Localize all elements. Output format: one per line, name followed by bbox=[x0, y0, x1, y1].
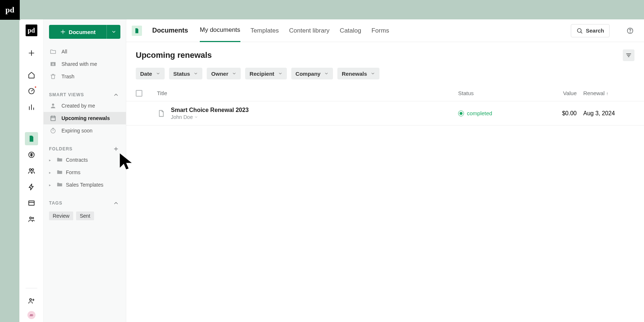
row-title: Smart Choice Renewal 2023 bbox=[171, 107, 249, 113]
sidebar-item-label: All bbox=[61, 49, 67, 55]
smart-view-created-by-me[interactable]: Created by me bbox=[44, 100, 126, 112]
tab-content-library[interactable]: Content library bbox=[289, 19, 330, 42]
filter-chip-row: Date Status Owner Recipient Company Rene… bbox=[126, 61, 644, 79]
new-document-dropdown[interactable] bbox=[106, 25, 120, 39]
rail-payments[interactable] bbox=[25, 148, 38, 161]
svg-point-20 bbox=[52, 104, 54, 106]
add-folder-button[interactable] bbox=[112, 145, 120, 153]
help-button[interactable] bbox=[625, 26, 635, 36]
bar-chart-icon bbox=[28, 104, 35, 111]
folder-sales-templates[interactable]: ▸ Sales Templates bbox=[44, 179, 126, 191]
tab-templates[interactable]: Templates bbox=[251, 19, 279, 42]
page-title: Upcoming renewals bbox=[136, 50, 212, 60]
filter-toggle-button[interactable] bbox=[623, 49, 634, 61]
svg-line-31 bbox=[581, 32, 582, 33]
content-header: Upcoming renewals bbox=[126, 42, 644, 61]
tags-header: TAGS bbox=[44, 198, 126, 208]
home-icon bbox=[28, 71, 35, 79]
svg-rect-21 bbox=[51, 116, 55, 121]
filter-recipient[interactable]: Recipient bbox=[245, 68, 287, 79]
tab-my-documents[interactable]: My documents bbox=[200, 19, 240, 42]
document-icon bbox=[28, 135, 35, 142]
team-icon bbox=[28, 216, 35, 223]
outer-brand-badge: pd bbox=[0, 0, 20, 20]
plus-icon bbox=[113, 146, 119, 152]
row-value: $0.00 bbox=[553, 110, 583, 117]
new-button[interactable] bbox=[25, 46, 38, 60]
rail-library[interactable] bbox=[25, 196, 38, 210]
person-plus-icon bbox=[28, 297, 35, 304]
col-header-value[interactable]: Value bbox=[553, 90, 583, 96]
folder-forms[interactable]: ▸ Forms bbox=[44, 166, 126, 179]
notification-dot bbox=[34, 86, 37, 89]
filter-company[interactable]: Company bbox=[291, 68, 333, 79]
new-document-button[interactable]: Document bbox=[49, 25, 106, 39]
collapse-tags[interactable] bbox=[112, 199, 120, 207]
user-avatar[interactable]: JD bbox=[27, 311, 35, 319]
outer-brand-mark: pd bbox=[5, 5, 14, 15]
filter-renewals[interactable]: Renewals bbox=[337, 68, 379, 79]
nav-rail: pd bbox=[19, 19, 44, 322]
rail-contacts[interactable] bbox=[25, 164, 38, 177]
rail-activity[interactable] bbox=[25, 85, 38, 98]
tag-review[interactable]: Review bbox=[49, 211, 73, 220]
chip-label: Company bbox=[296, 71, 321, 77]
col-header-title[interactable]: Title bbox=[157, 90, 458, 96]
chevron-down-icon bbox=[371, 71, 375, 76]
smart-view-expiring-soon[interactable]: Expiring soon bbox=[44, 124, 126, 137]
people-icon bbox=[28, 167, 35, 175]
tags-row: Review Sent bbox=[44, 208, 126, 220]
rail-reports[interactable] bbox=[25, 101, 38, 114]
table-header-row: Title Status Value Renewal↑ bbox=[126, 85, 644, 101]
tab-catalog[interactable]: Catalog bbox=[340, 19, 362, 42]
rail-home[interactable] bbox=[25, 68, 38, 82]
chevron-down-icon bbox=[278, 71, 282, 76]
chip-label: Date bbox=[140, 71, 152, 77]
chip-label: Renewals bbox=[342, 71, 367, 77]
new-document-split-button: Document bbox=[49, 25, 120, 39]
section-label: SMART VIEWS bbox=[49, 92, 84, 97]
help-icon bbox=[626, 27, 634, 34]
timer-icon bbox=[49, 127, 57, 135]
filter-date[interactable]: Date bbox=[136, 68, 165, 79]
folder-label: Contracts bbox=[66, 157, 88, 163]
chip-label: Status bbox=[173, 71, 190, 77]
rail-team[interactable] bbox=[25, 213, 38, 226]
rail-automations[interactable] bbox=[25, 180, 38, 194]
smart-view-upcoming-renewals[interactable]: Upcoming renewals bbox=[44, 112, 126, 124]
caret-right-icon: ▸ bbox=[49, 158, 53, 162]
brand-label: Documents bbox=[152, 27, 188, 34]
chip-label: Recipient bbox=[250, 71, 274, 77]
collapse-smart-views[interactable] bbox=[112, 90, 120, 99]
app-frame: pd bbox=[19, 19, 644, 322]
search-button[interactable]: Search bbox=[571, 24, 610, 37]
svg-point-13 bbox=[30, 299, 31, 300]
filter-icon bbox=[625, 52, 632, 59]
rail-invite[interactable] bbox=[25, 294, 38, 307]
folder-contracts[interactable]: ▸ Contracts bbox=[44, 154, 126, 166]
caret-right-icon: ▸ bbox=[49, 183, 53, 187]
sidebar-item-all[interactable]: All bbox=[44, 45, 126, 58]
sidebar-item-trash[interactable]: Trash bbox=[44, 70, 126, 83]
tag-sent[interactable]: Sent bbox=[76, 211, 94, 220]
document-icon bbox=[134, 28, 140, 34]
author-name: John Doe bbox=[171, 114, 193, 120]
row-renewal-date: Aug 3, 2024 bbox=[583, 110, 634, 117]
section-label: FOLDERS bbox=[49, 146, 72, 151]
select-all-checkbox[interactable] bbox=[136, 90, 142, 97]
rail-logo[interactable]: pd bbox=[26, 25, 37, 36]
brand-icon bbox=[132, 26, 142, 36]
main-panel: Documents My documents Templates Content… bbox=[126, 19, 644, 322]
chevron-down-icon bbox=[232, 71, 236, 76]
rail-documents[interactable] bbox=[25, 132, 38, 145]
sidebar-item-label: Created by me bbox=[61, 103, 95, 109]
filter-status[interactable]: Status bbox=[169, 68, 203, 79]
filter-owner[interactable]: Owner bbox=[207, 68, 241, 79]
col-header-status[interactable]: Status bbox=[458, 90, 553, 96]
table-row[interactable]: Smart Choice Renewal 2023 John Doe compl… bbox=[126, 101, 644, 126]
tab-forms[interactable]: Forms bbox=[371, 19, 389, 42]
sidebar-item-shared[interactable]: Shared with me bbox=[44, 58, 126, 70]
col-header-renewal[interactable]: Renewal↑ bbox=[583, 90, 634, 96]
row-author[interactable]: John Doe bbox=[171, 114, 249, 120]
chevron-down-icon bbox=[194, 115, 198, 119]
